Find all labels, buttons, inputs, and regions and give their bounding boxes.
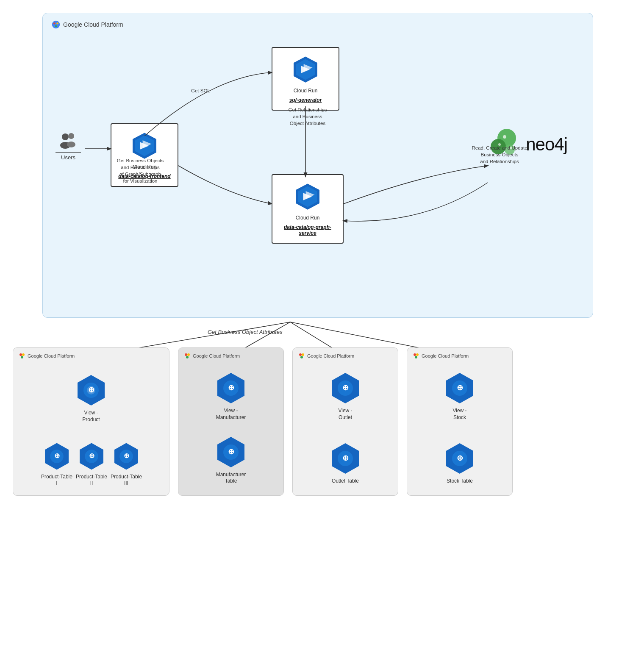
- svg-text:⊕: ⊕: [228, 447, 234, 456]
- outlet-table-node: ⊕ Outlet Table: [328, 442, 362, 485]
- view-product-node: ⊕ View -Product: [74, 373, 108, 423]
- gcp-logo-icon: [51, 20, 61, 29]
- svg-point-1: [53, 22, 56, 25]
- stock-table-label: Stock Table: [447, 478, 473, 485]
- product-table-1-node: ⊕ Product-TableI: [41, 442, 72, 487]
- gcp-main-container: Google Cloud Platform Users Cloud Run da…: [42, 13, 593, 318]
- get-sql-label: Get SQL: [191, 87, 210, 94]
- svg-point-60: [186, 356, 189, 358]
- cloud-run-frontend-icon: [130, 131, 159, 161]
- manufacturer-table-label: ManufacturerTable: [216, 472, 246, 485]
- view-manufacturer-label: View -Manufacturer: [216, 408, 246, 421]
- svg-text:⊕: ⊕: [228, 383, 234, 392]
- svg-text:⊕: ⊕: [342, 454, 349, 462]
- svg-point-3: [55, 25, 57, 27]
- product-table-3-label: Product-TableIII: [111, 474, 142, 487]
- gcp-manufacturer-logo: Google Cloud Platform: [183, 352, 240, 360]
- cloud-run-sql-name: sql-generator: [289, 97, 322, 103]
- svg-point-58: [185, 353, 187, 356]
- view-stock-icon: ⊕: [443, 371, 477, 405]
- gcp-main-logo: Google Cloud Platform: [51, 20, 123, 29]
- svg-text:⊕: ⊕: [457, 454, 463, 462]
- cloud-run-graph-label: Cloud Run: [296, 215, 320, 221]
- cloud-run-graph-box: Cloud Run data-catalog-graph-service: [272, 174, 344, 244]
- cloud-run-graph-name: data-catalog-graph-service: [278, 224, 338, 236]
- svg-point-68: [302, 353, 304, 356]
- outlet-table-icon: ⊕: [328, 442, 362, 475]
- svg-point-78: [415, 356, 417, 358]
- svg-point-44: [21, 356, 23, 358]
- get-biz-attrs-label: Get Business Object Attributes: [208, 328, 283, 336]
- product-table-2-label: Product-TableII: [76, 474, 107, 487]
- manufacturer-table-icon: ⊕: [214, 435, 248, 469]
- view-outlet-node: ⊕ View -Outlet: [328, 371, 362, 421]
- svg-point-67: [299, 353, 302, 356]
- svg-point-76: [414, 353, 416, 356]
- product-table-2-icon: ⊕: [77, 442, 106, 471]
- get-relationships-label: Get Relationshipsand BusinessObject Attr…: [280, 106, 335, 127]
- gcp-manufacturer-logo-text: Google Cloud Platform: [193, 353, 240, 358]
- svg-point-23: [503, 135, 506, 139]
- svg-point-59: [187, 353, 190, 356]
- gcp-product-box: Google Cloud Platform ⊕ View -Product ⊕ …: [13, 347, 169, 496]
- gcp-outlet-logo: Google Cloud Platform: [298, 352, 354, 360]
- svg-point-6: [68, 133, 74, 139]
- view-stock-label: View -Stock: [452, 408, 466, 421]
- svg-point-42: [19, 353, 22, 356]
- users-node: Users: [56, 132, 81, 161]
- gcp-product-logo-icon: [18, 352, 26, 360]
- svg-point-43: [22, 353, 25, 356]
- svg-text:⊕: ⊕: [124, 452, 129, 459]
- gcp-manufacturer-box: Google Cloud Platform ⊕ View -Manufactur…: [178, 347, 284, 496]
- cloud-run-sql-box: Cloud Run sql-generator: [272, 47, 339, 111]
- gcp-outlet-box: Google Cloud Platform ⊕ View -Outlet ⊕ O…: [292, 347, 398, 496]
- svg-text:⊕: ⊕: [457, 383, 463, 392]
- product-tables-row: ⊕ Product-TableI ⊕ Product-TableII ⊕ Pro…: [15, 442, 168, 487]
- svg-text:⊕: ⊕: [89, 452, 94, 459]
- svg-point-4: [62, 133, 69, 140]
- gcp-product-logo-text: Google Cloud Platform: [28, 353, 75, 358]
- view-product-label: View -Product: [82, 410, 100, 423]
- gcp-stock-logo: Google Cloud Platform: [412, 352, 469, 360]
- product-table-3-node: ⊕ Product-TableIII: [111, 442, 142, 487]
- users-icon: [58, 132, 79, 149]
- product-table-1-label: Product-TableI: [41, 474, 72, 487]
- svg-point-7: [67, 142, 75, 147]
- svg-text:⊕: ⊕: [88, 386, 94, 394]
- product-table-1-icon: ⊕: [42, 442, 72, 471]
- view-stock-node: ⊕ View -Stock: [443, 371, 477, 421]
- gcp-stock-box: Google Cloud Platform ⊕ View -Stock ⊕ St…: [407, 347, 513, 496]
- svg-text:⊕: ⊕: [54, 452, 59, 459]
- view-outlet-icon: ⊕: [328, 371, 362, 405]
- manufacturer-table-node: ⊕ ManufacturerTable: [214, 435, 248, 485]
- view-product-icon: ⊕: [74, 373, 108, 407]
- svg-text:⊕: ⊕: [342, 383, 349, 392]
- outlet-table-label: Outlet Table: [332, 478, 359, 485]
- product-table-3-icon: ⊕: [111, 442, 141, 471]
- cloud-run-graph-icon: [293, 182, 322, 211]
- gcp-stock-logo-icon: [412, 352, 420, 360]
- view-manufacturer-icon: ⊕: [214, 371, 248, 405]
- gcp-outlet-logo-text: Google Cloud Platform: [307, 353, 354, 358]
- cloud-run-sql-label: Cloud Run: [294, 88, 318, 94]
- gcp-product-logo: Google Cloud Platform: [18, 352, 75, 360]
- get-biz-objects-label: Get Business Objectsand Relationshipsof …: [106, 157, 174, 184]
- gcp-manufacturer-logo-icon: [183, 352, 191, 360]
- stock-table-icon: ⊕: [443, 442, 477, 475]
- read-create-update-label: Read, Create and UpdateBusiness Objectsa…: [466, 144, 533, 165]
- users-label: Users: [56, 152, 81, 161]
- product-table-2-node: ⊕ Product-TableII: [76, 442, 107, 487]
- view-outlet-label: View -Outlet: [338, 408, 352, 421]
- svg-point-69: [300, 356, 303, 358]
- gcp-outlet-logo-icon: [298, 352, 305, 360]
- svg-point-77: [416, 353, 419, 356]
- gcp-stock-logo-text: Google Cloud Platform: [422, 353, 469, 358]
- cloud-run-sql-icon: [291, 55, 320, 84]
- stock-table-node: ⊕ Stock Table: [443, 442, 477, 485]
- svg-point-2: [56, 22, 58, 25]
- view-manufacturer-node: ⊕ View -Manufacturer: [214, 371, 248, 421]
